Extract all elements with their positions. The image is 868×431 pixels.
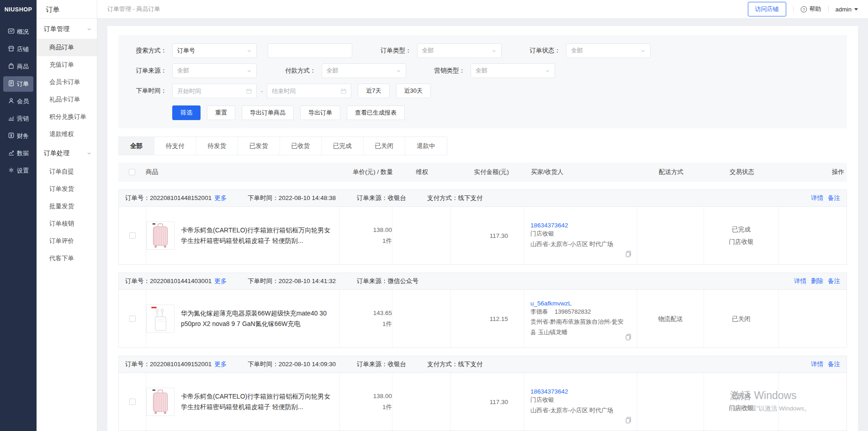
- product-name[interactable]: 华为氮化镓超薄充电器原装66W超级快充mate40 30 p50pro X2 n…: [181, 308, 335, 329]
- start-date-field[interactable]: [177, 88, 246, 95]
- order-header: 订单号：202208101448152001更多 下单时间：2022-08-10…: [119, 190, 847, 207]
- sidebar-item-data[interactable]: 数据: [3, 146, 33, 161]
- remark-link[interactable]: 备注: [828, 360, 840, 368]
- tab-received[interactable]: 已收货: [280, 137, 322, 155]
- view-reports-button[interactable]: 查看已生成报表: [347, 105, 405, 120]
- divider: [828, 6, 829, 12]
- order-time: 2022-08-10 14:48:38: [279, 194, 336, 201]
- more-link[interactable]: 更多: [214, 194, 227, 201]
- tab-shipped[interactable]: 已发货: [238, 137, 280, 155]
- detail-link[interactable]: 详情: [811, 194, 823, 202]
- search-type-select[interactable]: 订单号: [172, 43, 257, 58]
- last-7-days-button[interactable]: 近7天: [358, 84, 389, 98]
- submenu-item-batch-shipping[interactable]: 批量发货: [37, 198, 97, 215]
- tab-completed[interactable]: 已完成: [322, 137, 364, 155]
- product-name[interactable]: 卡帝乐鳄鱼(CARTELO)行李箱旅行箱铝框万向轮男女学生拉杆箱密码箱登机箱皮箱…: [181, 225, 335, 246]
- sidebar-item-settings[interactable]: 设置: [3, 163, 33, 179]
- row-checkbox[interactable]: [129, 399, 136, 405]
- sidebar-item-finance[interactable]: 财务: [3, 128, 33, 144]
- submenu-group-order-management[interactable]: 订单管理: [37, 19, 97, 39]
- buyer-name-link[interactable]: 18634373642: [530, 388, 630, 395]
- order-no-label: 订单号：: [125, 278, 150, 284]
- select-all-checkbox[interactable]: [129, 169, 135, 175]
- order-group: 订单号：202208101441403001更多 下单时间：2022-08-10…: [118, 273, 847, 348]
- tab-closed[interactable]: 已关闭: [364, 137, 406, 155]
- remark-link[interactable]: 备注: [828, 194, 840, 202]
- filter-button[interactable]: 筛选: [172, 105, 201, 120]
- tab-pending-shipment[interactable]: 待发货: [196, 137, 238, 155]
- reset-button[interactable]: 重置: [207, 105, 235, 120]
- submenu-item-shipping[interactable]: 订单发货: [37, 180, 97, 198]
- product-name[interactable]: 卡帝乐鳄鱼(CARTELO)行李箱旅行箱铝框万向轮男女学生拉杆箱密码箱登机箱皮箱…: [181, 391, 335, 412]
- sidebar-item-orders[interactable]: 订单: [3, 76, 33, 92]
- delete-link[interactable]: 删除: [811, 277, 823, 285]
- product-thumbnail suitcase-icon: [146, 221, 175, 250]
- detail-link[interactable]: 详情: [811, 360, 823, 368]
- sidebar-item-members[interactable]: 会员: [3, 94, 33, 109]
- chevron-down-icon: [87, 27, 91, 32]
- order-type-select[interactable]: 全部: [417, 43, 502, 58]
- submenu-item-goods-orders[interactable]: 商品订单: [37, 39, 97, 56]
- order-source-select[interactable]: 全部: [172, 63, 257, 78]
- submenu-item-verification[interactable]: 订单核销: [37, 215, 97, 232]
- refund-cell: [392, 207, 451, 264]
- submenu-group-order-processing[interactable]: 订单处理: [37, 143, 97, 163]
- submenu-item-recharge-orders[interactable]: 充值订单: [37, 56, 97, 74]
- tab-all[interactable]: 全部: [119, 137, 154, 155]
- row-checkbox[interactable]: [129, 232, 136, 239]
- export-orders-button[interactable]: 导出订单: [300, 105, 340, 120]
- buyer-name-link[interactable]: u_56afkmvwzL: [530, 300, 630, 307]
- copy-address-icon[interactable]: [625, 417, 631, 425]
- sidebar-item-overview[interactable]: 概况: [3, 24, 33, 40]
- chevron-down-icon: [545, 68, 550, 74]
- submenu-item-proxy-order[interactable]: 代客下单: [37, 250, 97, 267]
- header-price-qty: 单价(元) / 数量: [340, 168, 393, 176]
- end-date-input[interactable]: [267, 84, 351, 98]
- submenu-item-membercard-orders[interactable]: 会员卡订单: [37, 74, 97, 91]
- sidebar-item-marketing[interactable]: 营销: [3, 111, 33, 126]
- search-input[interactable]: [273, 47, 347, 54]
- marketing-type-label: 营销类型：: [434, 67, 466, 75]
- copy-address-icon[interactable]: [625, 251, 631, 259]
- submenu-item-giftcard-orders[interactable]: 礼品卡订单: [37, 91, 97, 108]
- detail-link[interactable]: 详情: [794, 277, 806, 285]
- overview-icon: [8, 28, 15, 36]
- tab-refunding[interactable]: 退款中: [405, 137, 447, 155]
- end-date-field[interactable]: [272, 88, 341, 95]
- buyer-name-link[interactable]: 18634373642: [530, 222, 630, 229]
- pay-method-select[interactable]: 全部: [322, 63, 406, 78]
- start-date-input[interactable]: [172, 84, 257, 98]
- export-order-goods-button[interactable]: 导出订单商品: [242, 105, 294, 120]
- buyer-address: 山西省-太原市-小店区 时代广场: [530, 405, 625, 415]
- svg-text:?: ?: [803, 7, 805, 11]
- sidebar-item-shop[interactable]: 店铺: [3, 42, 33, 57]
- submenu-item-points-orders[interactable]: 积分兑换订单: [37, 108, 97, 126]
- marketing-type-select[interactable]: 全部: [471, 63, 555, 78]
- submenu-item-refund[interactable]: 退款维权: [37, 126, 97, 143]
- buyer-address: 山西省-太原市-小店区 时代广场: [530, 239, 625, 249]
- product-qty: 1件: [340, 319, 392, 330]
- chevron-down-icon: [247, 48, 252, 53]
- remark-link[interactable]: 备注: [828, 277, 840, 285]
- user-menu[interactable]: admin: [836, 6, 858, 13]
- copy-address-icon[interactable]: [625, 334, 631, 342]
- sidebar-item-goods[interactable]: 商品: [3, 59, 33, 74]
- trade-status-sub: 门店收银: [704, 236, 778, 248]
- help-menu[interactable]: ? 帮助: [800, 5, 821, 13]
- buyer-line2: 门店收银: [530, 396, 554, 403]
- tab-pending-payment[interactable]: 待支付: [154, 137, 196, 155]
- visit-shop-button[interactable]: 访问店铺: [748, 2, 786, 16]
- header-paid-amount: 实付金额(元): [451, 168, 524, 176]
- status-tabs: 全部 待支付 待发货 已发货 已收货 已完成 已关闭 退款中: [118, 137, 447, 155]
- row-checkbox[interactable]: [129, 315, 136, 322]
- more-link[interactable]: 更多: [214, 278, 227, 284]
- actions-cell: [779, 290, 847, 347]
- header-delivery: 配送方式: [638, 168, 704, 176]
- order-status-label: 订单状态：: [530, 47, 561, 55]
- more-link[interactable]: 更多: [214, 361, 227, 368]
- submenu-item-pickup[interactable]: 订单自提: [37, 163, 97, 180]
- last-30-days-button[interactable]: 近30天: [396, 84, 431, 98]
- order-status-select[interactable]: 全部: [566, 43, 651, 58]
- submenu-item-reviews[interactable]: 订单评价: [37, 232, 97, 250]
- product-price: 143.65: [340, 308, 392, 319]
